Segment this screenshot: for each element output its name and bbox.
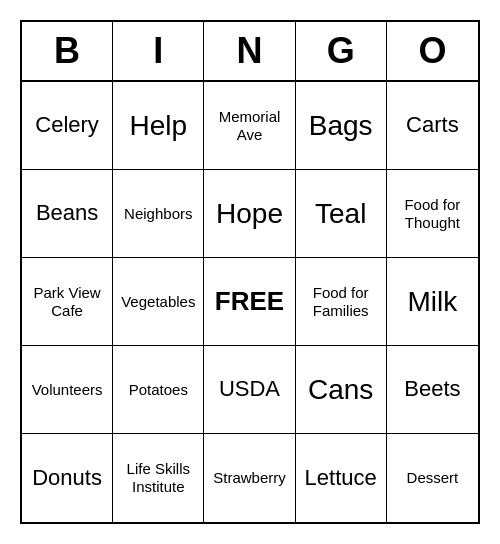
bingo-cell-19: Beets bbox=[387, 346, 478, 434]
bingo-card: BINGO CeleryHelpMemorial AveBagsCartsBea… bbox=[20, 20, 480, 524]
bingo-letter-o: O bbox=[387, 22, 478, 80]
bingo-header: BINGO bbox=[22, 22, 478, 82]
bingo-cell-2: Memorial Ave bbox=[204, 82, 295, 170]
bingo-cell-4: Carts bbox=[387, 82, 478, 170]
bingo-cell-20: Donuts bbox=[22, 434, 113, 522]
bingo-cell-14: Milk bbox=[387, 258, 478, 346]
bingo-cell-1: Help bbox=[113, 82, 204, 170]
bingo-cell-16: Potatoes bbox=[113, 346, 204, 434]
bingo-cell-8: Teal bbox=[296, 170, 387, 258]
bingo-cell-17: USDA bbox=[204, 346, 295, 434]
bingo-cell-11: Vegetables bbox=[113, 258, 204, 346]
bingo-grid: CeleryHelpMemorial AveBagsCartsBeansNeig… bbox=[22, 82, 478, 522]
bingo-letter-n: N bbox=[204, 22, 295, 80]
bingo-cell-22: Strawberry bbox=[204, 434, 295, 522]
bingo-cell-7: Hope bbox=[204, 170, 295, 258]
bingo-cell-24: Dessert bbox=[387, 434, 478, 522]
bingo-letter-b: B bbox=[22, 22, 113, 80]
bingo-cell-23: Lettuce bbox=[296, 434, 387, 522]
bingo-cell-3: Bags bbox=[296, 82, 387, 170]
bingo-cell-12: FREE bbox=[204, 258, 295, 346]
bingo-cell-9: Food for Thought bbox=[387, 170, 478, 258]
bingo-cell-15: Volunteers bbox=[22, 346, 113, 434]
bingo-letter-g: G bbox=[296, 22, 387, 80]
bingo-cell-10: Park View Cafe bbox=[22, 258, 113, 346]
bingo-cell-0: Celery bbox=[22, 82, 113, 170]
bingo-cell-6: Neighbors bbox=[113, 170, 204, 258]
bingo-cell-21: Life Skills Institute bbox=[113, 434, 204, 522]
bingo-cell-18: Cans bbox=[296, 346, 387, 434]
bingo-cell-13: Food for Families bbox=[296, 258, 387, 346]
bingo-cell-5: Beans bbox=[22, 170, 113, 258]
bingo-letter-i: I bbox=[113, 22, 204, 80]
